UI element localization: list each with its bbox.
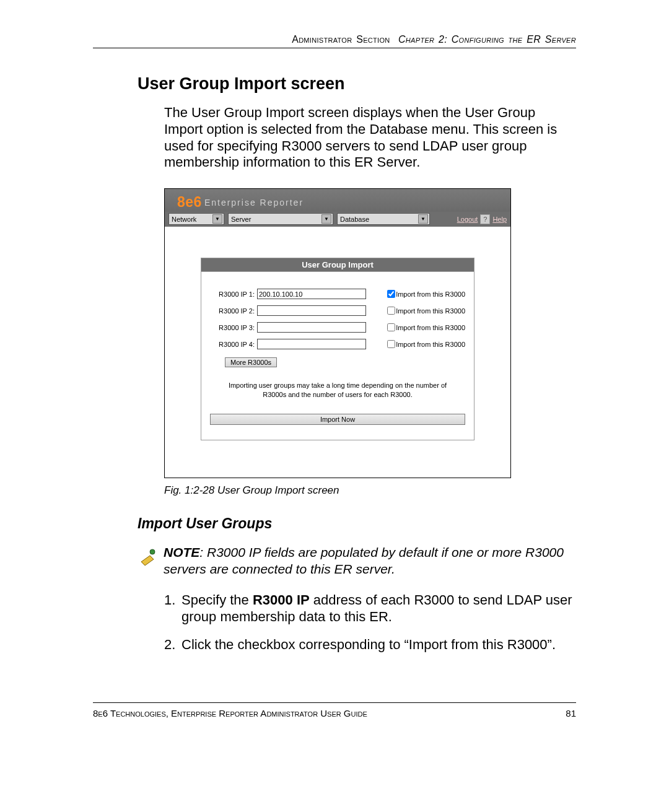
note-label: NOTE xyxy=(164,545,199,559)
ip-label: R3000 IP 3: xyxy=(210,324,257,331)
menu-server[interactable]: Server ▼ xyxy=(228,213,333,225)
svg-point-0 xyxy=(150,549,155,554)
panel-inner: R3000 IP 1: Import from this R3000 R3000… xyxy=(201,272,474,440)
import-cb-label: Import from this R3000 xyxy=(396,290,465,298)
chevron-down-icon: ▼ xyxy=(212,214,222,224)
app-body: User Group Import R3000 IP 1: Import fro… xyxy=(165,227,510,478)
panel-title: User Group Import xyxy=(201,258,474,272)
footer-text: 8e6 Technologies, Enterprise Reporter Ad… xyxy=(93,708,367,718)
help-icon[interactable]: ? xyxy=(480,214,490,224)
step-num: 1. xyxy=(164,592,181,626)
step-num: 2. xyxy=(164,636,181,653)
ip-row: R3000 IP 1: Import from this R3000 xyxy=(210,288,465,300)
note-block: NOTE: R3000 IP fields are populated by d… xyxy=(138,544,576,578)
menu-database-label: Database xyxy=(340,216,369,223)
ip-label: R3000 IP 2: xyxy=(210,307,257,315)
more-button[interactable]: More R3000s xyxy=(225,357,277,367)
note-text: NOTE: R3000 IP fields are populated by d… xyxy=(164,544,576,578)
ip-input-4[interactable] xyxy=(257,339,366,349)
header-chapter: Chapter 2: Configuring the ER Server xyxy=(398,34,576,45)
menu-bar: Network ▼ Server ▼ Database ▼ Logout ? H… xyxy=(165,212,510,227)
ip-row: R3000 IP 2: Import from this R3000 xyxy=(210,305,465,317)
chevron-down-icon: ▼ xyxy=(418,214,428,224)
app-titlebar: 8e6 Enterprise Reporter xyxy=(165,189,510,212)
step-text: Specify the R3000 IP address of each R30… xyxy=(181,592,576,626)
page-footer: 8e6 Technologies, Enterprise Reporter Ad… xyxy=(93,702,576,718)
step-text: Click the checkbox corresponding to “Imp… xyxy=(181,636,556,653)
menu-right: Logout ? Help xyxy=(457,214,507,224)
logo-num: 8e6 xyxy=(177,194,202,211)
note-icon xyxy=(138,547,157,567)
ip-input-3[interactable] xyxy=(257,322,366,333)
import-cb-label: Import from this R3000 xyxy=(396,307,465,315)
logout-link[interactable]: Logout xyxy=(457,216,478,223)
menu-database[interactable]: Database ▼ xyxy=(337,213,430,225)
logo-text: Enterprise Reporter xyxy=(204,198,304,207)
import-checkbox-1[interactable] xyxy=(387,290,395,298)
panel: User Group Import R3000 IP 1: Import fro… xyxy=(201,258,474,440)
chevron-down-icon: ▼ xyxy=(321,214,331,224)
app-window: 8e6 Enterprise Reporter Network ▼ Server… xyxy=(164,188,511,478)
import-cb-label: Import from this R3000 xyxy=(396,324,465,331)
ip-label: R3000 IP 4: xyxy=(210,341,257,348)
ip-row: R3000 IP 3: Import from this R3000 xyxy=(210,321,465,333)
figure-caption: Fig. 1:2-28 User Group Import screen xyxy=(164,484,576,497)
step-2: 2. Click the checkbox corresponding to “… xyxy=(164,636,576,653)
heading-sub: Import User Groups xyxy=(138,515,576,532)
step-1: 1. Specify the R3000 IP address of each … xyxy=(164,592,576,626)
menu-network-label: Network xyxy=(172,216,196,223)
ip-row: R3000 IP 4: Import from this R3000 xyxy=(210,338,465,350)
help-link[interactable]: Help xyxy=(492,216,507,223)
import-cb-label: Import from this R3000 xyxy=(396,341,465,348)
figure: 8e6 Enterprise Reporter Network ▼ Server… xyxy=(164,188,511,478)
ip-label: R3000 IP 1: xyxy=(210,290,257,298)
import-checkbox-3[interactable] xyxy=(387,323,395,331)
menu-network[interactable]: Network ▼ xyxy=(168,213,224,225)
page-header: Administrator Section Chapter 2: Configu… xyxy=(93,34,576,48)
ip-input-1[interactable] xyxy=(257,289,366,299)
import-checkbox-4[interactable] xyxy=(387,340,395,348)
import-now-button[interactable]: Import Now xyxy=(210,414,465,425)
page-number: 81 xyxy=(566,708,576,718)
heading-main: User Group Import screen xyxy=(138,74,576,94)
import-checkbox-2[interactable] xyxy=(387,307,395,315)
menu-server-label: Server xyxy=(231,216,251,223)
ip-input-2[interactable] xyxy=(257,305,366,316)
panel-note: Importing user groups may take a long ti… xyxy=(210,367,465,399)
intro-paragraph: The User Group Import screen displays wh… xyxy=(164,105,576,171)
header-section: Administrator Section xyxy=(292,34,390,45)
